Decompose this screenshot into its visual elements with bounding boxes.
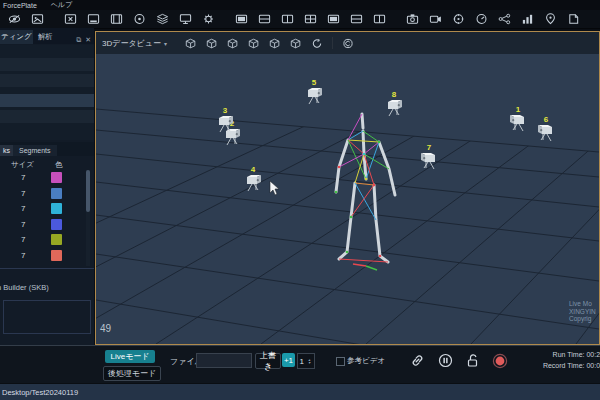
scene-canvas[interactable]: 12345678 xyxy=(96,54,599,344)
tab-calibration[interactable]: ティング xyxy=(0,30,37,44)
camera-1[interactable]: 1 xyxy=(510,105,524,131)
marker-size: 7 xyxy=(21,173,25,182)
disc-icon[interactable] xyxy=(133,13,146,25)
panel-tab-bar: ティング 解析 ⧉ ✕ xyxy=(0,28,94,44)
scene-3d[interactable]: 12345678 xyxy=(96,54,599,344)
menu-bar: ForcePlate ヘルプ xyxy=(0,0,600,10)
watermark-line: XINGYIN xyxy=(569,308,599,316)
view-cube-icon[interactable] xyxy=(227,38,239,49)
camera-4[interactable]: 4 xyxy=(247,165,261,191)
application-window: ForcePlate ヘルプ ティング 解析 ⧉ ✕ ks Segments サ… xyxy=(0,0,600,400)
tab-analysis[interactable]: 解析 xyxy=(33,30,58,44)
camera-lock-icon[interactable] xyxy=(406,13,419,25)
monitor-vsplit-icon[interactable] xyxy=(373,13,386,25)
stepper-down-icon[interactable]: ▾ xyxy=(306,361,314,365)
chevron-down-icon: ▾ xyxy=(164,40,167,47)
mouse-cursor xyxy=(270,181,279,195)
float-panel-icon[interactable]: ⧉ xyxy=(76,36,81,44)
display-icon[interactable] xyxy=(179,13,192,25)
refresh-icon[interactable] xyxy=(311,38,323,49)
list-item-selected[interactable] xyxy=(0,94,94,107)
marker-row[interactable]: 7 xyxy=(0,201,86,217)
camera-8[interactable]: 8 xyxy=(388,90,402,116)
marker-color-swatch[interactable] xyxy=(51,172,62,183)
menu-forceplate[interactable]: ForcePlate xyxy=(3,2,37,9)
marker-tab-bar: ks Segments xyxy=(0,142,94,156)
camera-6[interactable]: 6 xyxy=(538,115,552,141)
monitor-hsplit-icon[interactable] xyxy=(350,13,363,25)
column-size: サイズ xyxy=(11,160,34,170)
camera-number-label: 8 xyxy=(392,90,397,99)
scrollbar-thumb[interactable] xyxy=(86,170,90,212)
monitor-icon[interactable] xyxy=(235,13,248,25)
view-selector-dropdown[interactable]: 3Dデータビュー ▾ xyxy=(102,38,167,49)
frame-counter: 49 xyxy=(100,323,111,334)
marker-row[interactable]: 7 xyxy=(0,232,86,248)
close-panel-icon[interactable]: ✕ xyxy=(85,36,91,44)
take-number-stepper[interactable]: 1 ▴▾ xyxy=(297,353,315,369)
marker-row[interactable]: 7 xyxy=(0,248,86,264)
view-preset-icons xyxy=(185,37,354,49)
image-icon[interactable] xyxy=(31,13,44,25)
view-cube-icon[interactable] xyxy=(185,38,197,49)
increment-button[interactable]: +1 xyxy=(282,353,295,367)
list-item[interactable] xyxy=(0,110,94,123)
reference-video-checkbox[interactable] xyxy=(336,357,345,366)
nodes-icon[interactable] xyxy=(498,13,511,25)
post-process-mode-button[interactable]: 後処理モード xyxy=(103,366,161,381)
videocam-icon[interactable] xyxy=(429,13,442,25)
monitor-vsplit-icon[interactable] xyxy=(281,13,294,25)
gauge-icon[interactable] xyxy=(475,13,488,25)
minimize-icon[interactable] xyxy=(87,13,100,25)
live-mode-button[interactable]: Liveモード xyxy=(105,350,155,363)
run-time-label: Run Time: xyxy=(553,351,585,358)
menu-help[interactable]: ヘルプ xyxy=(51,0,73,10)
eye-off-icon[interactable] xyxy=(8,13,21,25)
marker-color-swatch[interactable] xyxy=(51,250,62,261)
table-header: サイズ 色 xyxy=(0,157,94,170)
marker-size: 7 xyxy=(21,189,25,198)
list-item[interactable] xyxy=(0,74,94,87)
skeleton-actor[interactable] xyxy=(335,114,395,270)
overwrite-button[interactable]: 上書き xyxy=(255,353,281,369)
view-cube-icon[interactable] xyxy=(269,38,281,49)
status-bar: Desktop/Test20240119 xyxy=(0,383,600,400)
list-item[interactable] xyxy=(0,58,94,71)
camera-3[interactable]: 3 xyxy=(219,106,233,132)
monitor-icon[interactable] xyxy=(327,13,340,25)
panel-divider xyxy=(0,268,94,269)
marker-row[interactable]: 7 xyxy=(0,170,86,186)
circle-c-icon[interactable] xyxy=(342,38,354,49)
view-cube-icon[interactable] xyxy=(248,38,260,49)
marker-row[interactable]: 7 xyxy=(0,217,86,233)
marker-color-swatch[interactable] xyxy=(51,188,62,199)
column-color: 色 xyxy=(55,160,63,170)
marker-color-swatch[interactable] xyxy=(51,203,62,214)
film-icon[interactable] xyxy=(110,13,123,25)
link-icon[interactable] xyxy=(410,353,425,368)
layers-icon[interactable] xyxy=(156,13,169,25)
chart-icon[interactable] xyxy=(521,13,534,25)
close-box-icon[interactable] xyxy=(64,13,77,25)
gear-icon[interactable] xyxy=(202,13,215,25)
view-cube-icon[interactable] xyxy=(206,38,218,49)
marker-color-swatch[interactable] xyxy=(51,219,62,230)
file-name-input[interactable] xyxy=(196,353,252,368)
marker-row[interactable]: 7 xyxy=(0,186,86,202)
pin-icon[interactable] xyxy=(544,13,557,25)
time-readout: Run Time: 00:26 Record Time: 00:00 xyxy=(474,349,600,371)
table-scrollbar[interactable] xyxy=(86,170,90,266)
pause-icon[interactable] xyxy=(438,353,453,368)
record-time-label: Record Time: xyxy=(543,362,585,369)
camera-5[interactable]: 5 xyxy=(308,78,322,104)
camera-number-label: 1 xyxy=(516,105,521,114)
view-cube-icon[interactable] xyxy=(290,38,302,49)
marker-size: 7 xyxy=(21,251,25,260)
tab-segments[interactable]: Segments xyxy=(13,145,57,156)
target-icon[interactable] xyxy=(452,13,465,25)
file-icon[interactable] xyxy=(567,13,580,25)
monitor-hsplit-icon[interactable] xyxy=(258,13,271,25)
marker-color-swatch[interactable] xyxy=(51,234,62,245)
monitor-quad-icon[interactable] xyxy=(304,13,317,25)
marker-size: 7 xyxy=(21,235,25,244)
